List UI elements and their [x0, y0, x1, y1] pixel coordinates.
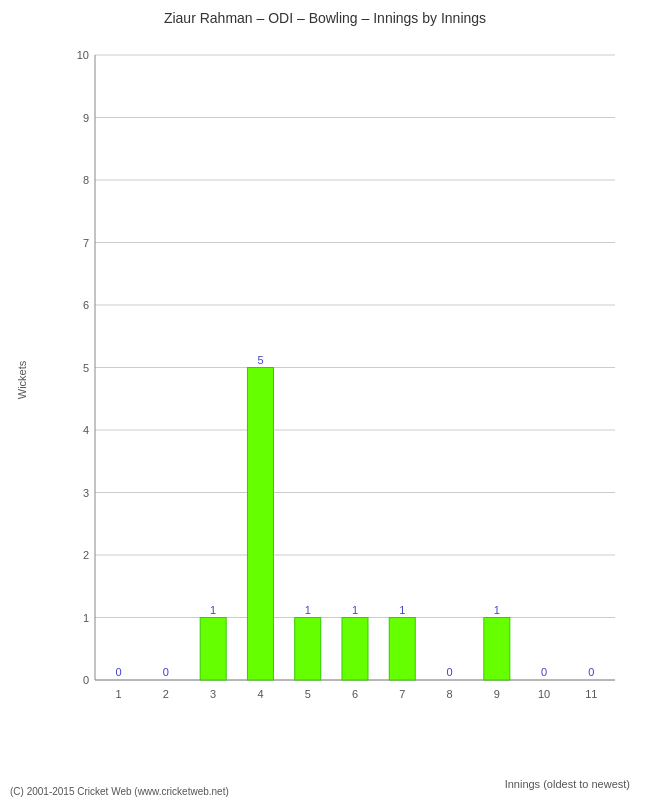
svg-text:3: 3	[83, 487, 89, 499]
svg-rect-32	[247, 368, 273, 681]
svg-text:6: 6	[352, 688, 358, 700]
svg-text:4: 4	[257, 688, 263, 700]
svg-text:0: 0	[446, 666, 452, 678]
svg-text:5: 5	[305, 688, 311, 700]
svg-rect-35	[295, 618, 321, 681]
svg-text:9: 9	[494, 688, 500, 700]
svg-text:4: 4	[83, 424, 89, 436]
svg-text:7: 7	[399, 688, 405, 700]
chart-area: 012345678910010213541516170819010011	[55, 40, 630, 720]
svg-text:8: 8	[446, 688, 452, 700]
svg-text:7: 7	[83, 237, 89, 249]
svg-text:5: 5	[257, 354, 263, 366]
svg-text:8: 8	[83, 174, 89, 186]
svg-text:10: 10	[77, 49, 89, 61]
svg-text:0: 0	[541, 666, 547, 678]
svg-text:1: 1	[305, 604, 311, 616]
svg-rect-38	[342, 618, 368, 681]
svg-rect-41	[389, 618, 415, 681]
svg-text:2: 2	[163, 688, 169, 700]
svg-text:1: 1	[494, 604, 500, 616]
svg-text:11: 11	[585, 688, 597, 700]
svg-text:10: 10	[538, 688, 550, 700]
svg-text:5: 5	[83, 362, 89, 374]
svg-text:0: 0	[116, 666, 122, 678]
svg-rect-46	[484, 618, 510, 681]
chart-container: Ziaur Rahman – ODI – Bowling – Innings b…	[0, 0, 650, 800]
svg-text:1: 1	[83, 612, 89, 624]
svg-text:0: 0	[83, 674, 89, 686]
svg-text:1: 1	[116, 688, 122, 700]
svg-text:3: 3	[210, 688, 216, 700]
svg-rect-29	[200, 618, 226, 681]
chart-title: Ziaur Rahman – ODI – Bowling – Innings b…	[0, 0, 650, 31]
svg-text:1: 1	[352, 604, 358, 616]
svg-text:9: 9	[83, 112, 89, 124]
svg-text:6: 6	[83, 299, 89, 311]
svg-text:0: 0	[163, 666, 169, 678]
svg-text:2: 2	[83, 549, 89, 561]
svg-text:1: 1	[210, 604, 216, 616]
copyright: (C) 2001-2015 Cricket Web (www.cricketwe…	[10, 786, 229, 797]
svg-text:1: 1	[399, 604, 405, 616]
chart-svg: 012345678910010213541516170819010011	[55, 40, 630, 720]
svg-text:0: 0	[588, 666, 594, 678]
y-axis-label: Wickets	[12, 40, 32, 720]
